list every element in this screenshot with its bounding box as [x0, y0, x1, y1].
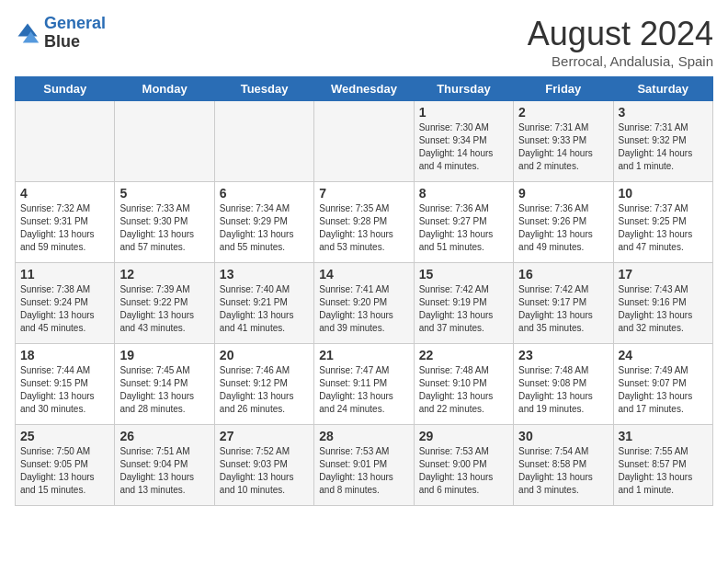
logo: General Blue	[15, 15, 106, 52]
svg-marker-0	[18, 23, 38, 36]
day-header-tuesday: Tuesday	[214, 77, 313, 101]
calendar-body: 1Sunrise: 7:30 AMSunset: 9:34 PMDaylight…	[16, 101, 713, 506]
day-header-wednesday: Wednesday	[314, 77, 414, 101]
day-number: 15	[419, 267, 508, 282]
day-number: 10	[619, 186, 708, 201]
day-info: Sunrise: 7:36 AMSunset: 9:27 PMDaylight:…	[419, 202, 508, 254]
day-info: Sunrise: 7:53 AMSunset: 9:01 PMDaylight:…	[319, 445, 408, 497]
calendar-cell: 17Sunrise: 7:43 AMSunset: 9:16 PMDayligh…	[613, 263, 712, 344]
day-header-sunday: Sunday	[16, 77, 115, 101]
calendar-cell: 23Sunrise: 7:48 AMSunset: 9:08 PMDayligh…	[514, 344, 613, 425]
day-number: 31	[619, 429, 708, 443]
month-year: August 2024	[528, 15, 713, 53]
calendar-cell: 27Sunrise: 7:52 AMSunset: 9:03 PMDayligh…	[214, 425, 313, 506]
calendar-cell: 15Sunrise: 7:42 AMSunset: 9:19 PMDayligh…	[414, 263, 513, 344]
day-info: Sunrise: 7:43 AMSunset: 9:16 PMDaylight:…	[619, 283, 708, 335]
calendar-cell	[16, 101, 115, 182]
calendar-cell: 14Sunrise: 7:41 AMSunset: 9:20 PMDayligh…	[314, 263, 414, 344]
day-info: Sunrise: 7:40 AMSunset: 9:21 PMDaylight:…	[220, 283, 309, 335]
calendar-header: SundayMondayTuesdayWednesdayThursdayFrid…	[16, 77, 713, 101]
calendar-cell: 16Sunrise: 7:42 AMSunset: 9:17 PMDayligh…	[514, 263, 613, 344]
day-number: 1	[419, 105, 508, 120]
day-number: 14	[319, 267, 408, 282]
day-header-monday: Monday	[115, 77, 214, 101]
calendar-cell: 1Sunrise: 7:30 AMSunset: 9:34 PMDaylight…	[414, 101, 513, 182]
calendar-cell: 13Sunrise: 7:40 AMSunset: 9:21 PMDayligh…	[214, 263, 313, 344]
calendar-cell: 9Sunrise: 7:36 AMSunset: 9:26 PMDaylight…	[514, 182, 613, 263]
day-number: 22	[419, 348, 508, 362]
day-number: 9	[518, 186, 608, 201]
day-number: 20	[220, 348, 309, 362]
calendar-cell: 20Sunrise: 7:46 AMSunset: 9:12 PMDayligh…	[214, 344, 313, 425]
day-info: Sunrise: 7:39 AMSunset: 9:22 PMDaylight:…	[119, 283, 209, 335]
day-number: 5	[119, 186, 209, 201]
day-header-thursday: Thursday	[414, 77, 513, 101]
day-number: 13	[220, 267, 309, 282]
day-number: 24	[619, 348, 708, 362]
page-header: General Blue August 2024 Berrocal, Andal…	[15, 15, 713, 69]
calendar-cell: 7Sunrise: 7:35 AMSunset: 9:28 PMDaylight…	[314, 182, 414, 263]
day-header-friday: Friday	[514, 77, 613, 101]
calendar-week-2: 4Sunrise: 7:32 AMSunset: 9:31 PMDaylight…	[16, 182, 713, 263]
day-info: Sunrise: 7:38 AMSunset: 9:24 PMDaylight:…	[20, 283, 109, 335]
day-number: 6	[220, 186, 309, 201]
day-info: Sunrise: 7:31 AMSunset: 9:32 PMDaylight:…	[619, 121, 708, 173]
day-info: Sunrise: 7:48 AMSunset: 9:08 PMDaylight:…	[518, 364, 608, 416]
day-number: 3	[619, 105, 708, 120]
day-number: 18	[20, 348, 109, 362]
calendar-cell: 3Sunrise: 7:31 AMSunset: 9:32 PMDaylight…	[613, 101, 712, 182]
calendar-cell: 28Sunrise: 7:53 AMSunset: 9:01 PMDayligh…	[314, 425, 414, 506]
calendar-cell: 29Sunrise: 7:53 AMSunset: 9:00 PMDayligh…	[414, 425, 513, 506]
calendar-cell: 5Sunrise: 7:33 AMSunset: 9:30 PMDaylight…	[115, 182, 214, 263]
calendar-cell: 31Sunrise: 7:55 AMSunset: 8:57 PMDayligh…	[613, 425, 712, 506]
day-number: 23	[518, 348, 608, 362]
day-info: Sunrise: 7:42 AMSunset: 9:17 PMDaylight:…	[518, 283, 608, 335]
day-info: Sunrise: 7:53 AMSunset: 9:00 PMDaylight:…	[419, 445, 508, 497]
day-info: Sunrise: 7:36 AMSunset: 9:26 PMDaylight:…	[518, 202, 608, 254]
day-info: Sunrise: 7:54 AMSunset: 8:58 PMDaylight:…	[518, 445, 608, 497]
day-info: Sunrise: 7:42 AMSunset: 9:19 PMDaylight:…	[419, 283, 508, 335]
day-number: 30	[518, 429, 608, 443]
day-number: 28	[319, 429, 408, 443]
day-info: Sunrise: 7:51 AMSunset: 9:04 PMDaylight:…	[119, 445, 209, 497]
day-info: Sunrise: 7:32 AMSunset: 9:31 PMDaylight:…	[20, 202, 109, 254]
logo-icon	[15, 20, 40, 46]
calendar-cell: 19Sunrise: 7:45 AMSunset: 9:14 PMDayligh…	[115, 344, 214, 425]
calendar-cell: 22Sunrise: 7:48 AMSunset: 9:10 PMDayligh…	[414, 344, 513, 425]
day-header-saturday: Saturday	[613, 77, 712, 101]
day-number: 16	[518, 267, 608, 282]
calendar-cell	[115, 101, 214, 182]
day-number: 27	[220, 429, 309, 443]
calendar-cell: 10Sunrise: 7:37 AMSunset: 9:25 PMDayligh…	[613, 182, 712, 263]
day-number: 21	[319, 348, 408, 362]
day-info: Sunrise: 7:52 AMSunset: 9:03 PMDaylight:…	[220, 445, 309, 497]
calendar-cell: 8Sunrise: 7:36 AMSunset: 9:27 PMDaylight…	[414, 182, 513, 263]
day-info: Sunrise: 7:35 AMSunset: 9:28 PMDaylight:…	[319, 202, 408, 254]
day-number: 7	[319, 186, 408, 201]
day-info: Sunrise: 7:45 AMSunset: 9:14 PMDaylight:…	[119, 364, 209, 416]
calendar-week-5: 25Sunrise: 7:50 AMSunset: 9:05 PMDayligh…	[16, 425, 713, 506]
day-info: Sunrise: 7:48 AMSunset: 9:10 PMDaylight:…	[419, 364, 508, 416]
day-number: 19	[119, 348, 209, 362]
calendar-cell: 2Sunrise: 7:31 AMSunset: 9:33 PMDaylight…	[514, 101, 613, 182]
calendar-table: SundayMondayTuesdayWednesdayThursdayFrid…	[15, 76, 713, 506]
day-number: 12	[119, 267, 209, 282]
day-info: Sunrise: 7:33 AMSunset: 9:30 PMDaylight:…	[119, 202, 209, 254]
day-info: Sunrise: 7:30 AMSunset: 9:34 PMDaylight:…	[419, 121, 508, 173]
day-number: 29	[419, 429, 508, 443]
day-info: Sunrise: 7:49 AMSunset: 9:07 PMDaylight:…	[619, 364, 708, 416]
logo-line2: Blue	[44, 33, 106, 52]
day-info: Sunrise: 7:47 AMSunset: 9:11 PMDaylight:…	[319, 364, 408, 416]
calendar-week-1: 1Sunrise: 7:30 AMSunset: 9:34 PMDaylight…	[16, 101, 713, 182]
calendar-cell: 12Sunrise: 7:39 AMSunset: 9:22 PMDayligh…	[115, 263, 214, 344]
calendar-cell: 26Sunrise: 7:51 AMSunset: 9:04 PMDayligh…	[115, 425, 214, 506]
day-number: 8	[419, 186, 508, 201]
calendar-cell: 24Sunrise: 7:49 AMSunset: 9:07 PMDayligh…	[613, 344, 712, 425]
logo-text: General Blue	[44, 15, 106, 52]
calendar-cell: 4Sunrise: 7:32 AMSunset: 9:31 PMDaylight…	[16, 182, 115, 263]
calendar-cell: 11Sunrise: 7:38 AMSunset: 9:24 PMDayligh…	[16, 263, 115, 344]
day-info: Sunrise: 7:41 AMSunset: 9:20 PMDaylight:…	[319, 283, 408, 335]
day-number: 17	[619, 267, 708, 282]
calendar-cell: 21Sunrise: 7:47 AMSunset: 9:11 PMDayligh…	[314, 344, 414, 425]
day-info: Sunrise: 7:55 AMSunset: 8:57 PMDaylight:…	[619, 445, 708, 497]
